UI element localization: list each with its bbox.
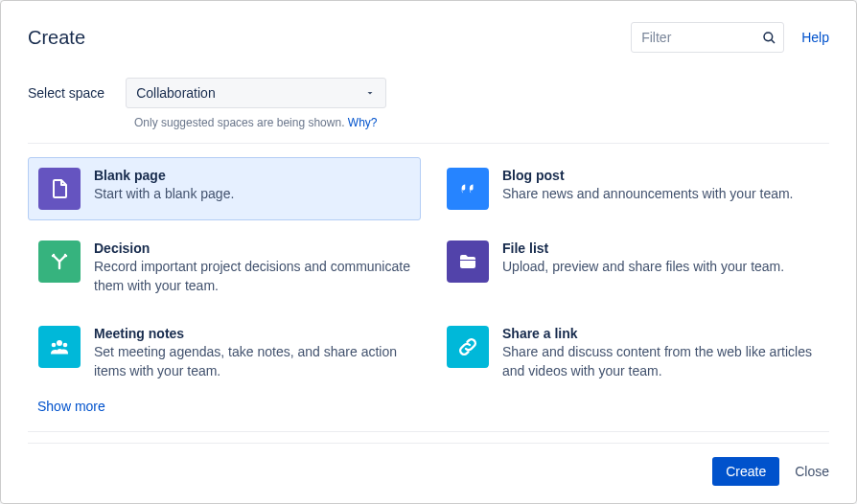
template-blog-post[interactable]: Blog post Share news and announcements w… <box>436 157 829 220</box>
close-button[interactable]: Close <box>795 464 829 479</box>
template-text: Blank page Start with a blank page. <box>94 168 410 204</box>
help-link[interactable]: Help <box>801 30 829 45</box>
folder-icon <box>447 241 489 283</box>
chevron-down-icon <box>364 87 376 99</box>
create-button[interactable]: Create <box>712 457 779 486</box>
dialog-header: Create Help <box>1 1 856 64</box>
template-title: Meeting notes <box>94 326 410 341</box>
template-file-list[interactable]: File list Upload, preview and share file… <box>436 230 829 306</box>
link-icon <box>447 326 489 368</box>
space-select[interactable]: Collaboration <box>126 78 386 108</box>
template-decision[interactable]: Decision Record important project decisi… <box>28 230 421 306</box>
template-text: Meeting notes Set meeting agendas, take … <box>94 326 410 380</box>
template-desc: Upload, preview and share files with you… <box>502 258 819 277</box>
template-desc: Start with a blank page. <box>94 185 410 204</box>
template-title: File list <box>502 241 819 256</box>
template-text: Share a link Share and discuss content f… <box>502 326 819 380</box>
template-grid: Blank page Start with a blank page. Blog… <box>1 144 856 391</box>
template-desc: Record important project decisions and c… <box>94 258 410 295</box>
template-title: Blank page <box>94 168 410 183</box>
svg-point-4 <box>63 343 68 348</box>
space-hint-why-link[interactable]: Why? <box>348 116 378 129</box>
template-text: File list Upload, preview and share file… <box>502 241 819 277</box>
template-blank-page[interactable]: Blank page Start with a blank page. <box>28 157 421 220</box>
template-desc: Set meeting agendas, take notes, and sha… <box>94 343 410 380</box>
space-hint: Only suggested spaces are being shown. W… <box>1 108 856 143</box>
template-title: Blog post <box>502 168 819 183</box>
space-row: Select space Collaboration <box>1 64 856 108</box>
template-meeting-notes[interactable]: Meeting notes Set meeting agendas, take … <box>28 315 421 391</box>
quote-icon <box>447 168 489 210</box>
file-icon <box>38 168 81 210</box>
template-text: Decision Record important project decisi… <box>94 241 410 295</box>
show-more-link[interactable]: Show more <box>1 391 856 431</box>
template-title: Decision <box>94 241 410 256</box>
svg-point-3 <box>52 343 57 348</box>
branch-icon <box>38 241 81 283</box>
dialog-title: Create <box>28 27 631 49</box>
select-space-label: Select space <box>28 85 104 101</box>
filter-wrap <box>631 22 784 53</box>
dialog-footer: Create Close <box>28 443 829 503</box>
people-icon <box>38 326 81 368</box>
space-select-value: Collaboration <box>136 85 216 101</box>
template-title: Share a link <box>502 326 819 341</box>
space-hint-text: Only suggested spaces are being shown. <box>134 116 348 129</box>
template-text: Blog post Share news and announcements w… <box>502 168 819 204</box>
template-desc: Share news and announcements with your t… <box>502 185 819 204</box>
svg-point-2 <box>57 340 62 346</box>
filter-input[interactable] <box>631 22 784 53</box>
template-desc: Share and discuss content from the web l… <box>502 343 819 380</box>
template-share-a-link[interactable]: Share a link Share and discuss content f… <box>436 315 829 391</box>
create-dialog: Create Help Select space Collaboration O… <box>0 0 857 504</box>
divider <box>28 431 829 432</box>
